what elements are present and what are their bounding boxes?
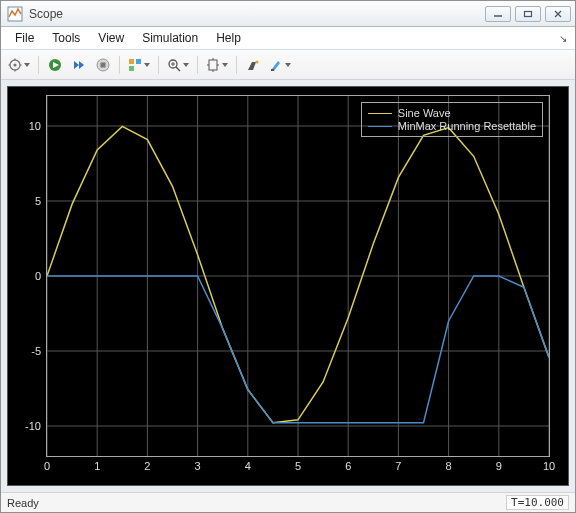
menu-view[interactable]: View [90, 29, 132, 47]
legend-label: Sine Wave [398, 107, 451, 119]
menu-tools[interactable]: Tools [44, 29, 88, 47]
status-ready-label: Ready [7, 497, 39, 509]
legend-item-sine[interactable]: Sine Wave [368, 107, 536, 119]
run-button[interactable] [44, 54, 66, 76]
toolbar-separator [158, 56, 159, 74]
menu-file[interactable]: File [7, 29, 42, 47]
svg-rect-14 [101, 62, 106, 67]
svg-rect-2 [525, 11, 532, 16]
x-tick-label: 3 [195, 460, 201, 472]
dropdown-caret-icon [24, 63, 30, 67]
menu-simulation[interactable]: Simulation [134, 29, 206, 47]
toolbar-separator [38, 56, 39, 74]
settings-button[interactable] [5, 54, 33, 76]
toolbar-separator [119, 56, 120, 74]
legend-swatch [368, 126, 392, 127]
autoscale-button[interactable] [203, 54, 231, 76]
x-tick-label: 0 [44, 460, 50, 472]
dropdown-caret-icon [222, 63, 228, 67]
signal-select-button[interactable] [125, 54, 153, 76]
axes: Sine Wave MinMax Running Resettable -10-… [46, 95, 550, 457]
legend-item-minmax[interactable]: MinMax Running Resettable [368, 120, 536, 132]
window-controls [485, 6, 571, 22]
svg-rect-24 [271, 69, 274, 71]
stop-button[interactable] [92, 54, 114, 76]
dock-arrow-icon[interactable]: ↘ [559, 33, 569, 44]
toolbar [1, 50, 575, 80]
plot-area: Sine Wave MinMax Running Resettable -10-… [1, 80, 575, 492]
axes-svg [47, 96, 549, 456]
highlight-button[interactable] [266, 54, 294, 76]
x-tick-label: 7 [395, 460, 401, 472]
x-tick-label: 10 [543, 460, 555, 472]
legend[interactable]: Sine Wave MinMax Running Resettable [361, 102, 543, 137]
scope-window: Scope File Tools View Simulation Help ↘ [0, 0, 576, 513]
menubar: File Tools View Simulation Help ↘ [1, 27, 575, 49]
svg-rect-17 [129, 66, 134, 71]
y-tick-label: 10 [29, 120, 41, 132]
plot-canvas[interactable]: Sine Wave MinMax Running Resettable -10-… [7, 86, 569, 486]
y-tick-label: -10 [25, 420, 41, 432]
x-tick-label: 6 [345, 460, 351, 472]
svg-line-19 [176, 67, 180, 71]
close-button[interactable] [545, 6, 571, 22]
svg-marker-12 [79, 61, 84, 69]
step-forward-button[interactable] [68, 54, 90, 76]
legend-label: MinMax Running Resettable [398, 120, 536, 132]
zoom-button[interactable] [164, 54, 192, 76]
status-time-label: T=10.000 [506, 495, 569, 510]
x-tick-label: 1 [94, 460, 100, 472]
svg-point-23 [256, 60, 259, 63]
svg-rect-15 [129, 59, 134, 64]
svg-point-4 [13, 63, 16, 66]
toolbar-separator [236, 56, 237, 74]
dropdown-caret-icon [285, 63, 291, 67]
maximize-button[interactable] [515, 6, 541, 22]
window-title: Scope [29, 7, 485, 21]
x-tick-label: 5 [295, 460, 301, 472]
minimize-button[interactable] [485, 6, 511, 22]
dropdown-caret-icon [144, 63, 150, 67]
svg-rect-22 [209, 60, 217, 70]
y-tick-label: 5 [35, 195, 41, 207]
menu-help[interactable]: Help [208, 29, 249, 47]
statusbar: Ready T=10.000 [1, 492, 575, 512]
y-tick-label: -5 [31, 345, 41, 357]
cursor-measure-button[interactable] [242, 54, 264, 76]
x-tick-label: 8 [446, 460, 452, 472]
svg-marker-11 [74, 61, 79, 69]
app-icon [7, 6, 23, 22]
x-tick-label: 2 [144, 460, 150, 472]
svg-rect-16 [136, 59, 141, 64]
titlebar[interactable]: Scope [1, 1, 575, 27]
y-tick-label: 0 [35, 270, 41, 282]
toolbar-separator [197, 56, 198, 74]
x-tick-label: 4 [245, 460, 251, 472]
x-tick-label: 9 [496, 460, 502, 472]
legend-swatch [368, 113, 392, 114]
dropdown-caret-icon [183, 63, 189, 67]
